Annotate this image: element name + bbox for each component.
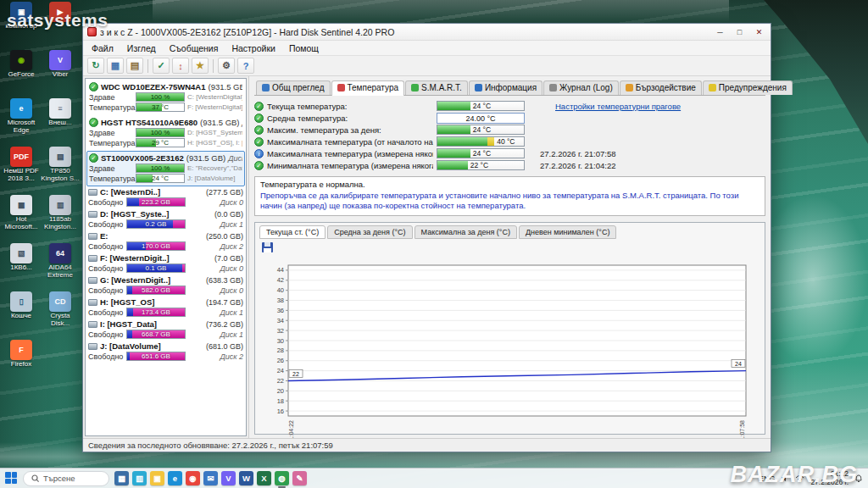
minimize-button[interactable]: ─ xyxy=(710,25,730,39)
taskbar-microsoft-edge[interactable]: e xyxy=(168,471,182,485)
taskbar-word[interactable]: W xyxy=(239,471,253,485)
desktop-icon-recycle-bin[interactable]: ▯ Кошче xyxy=(2,291,41,340)
disk-partitions-note: F: [WesternDigital], G: [Western xyxy=(187,103,242,111)
taskbar-task-view[interactable]: ▦ xyxy=(114,471,129,485)
menu-item[interactable]: Изглед xyxy=(121,42,162,54)
system-tray: ^ ENG 21:12 27.2.2026 г. xyxy=(749,470,863,487)
menu-item[interactable]: Настройки xyxy=(225,42,281,54)
taskbar-viber[interactable]: V xyxy=(221,471,236,485)
partition-entry[interactable]: D: [HGST_Syste..] (0.0 GB) Свободно 0.2 … xyxy=(86,208,245,230)
temperature-bar: 24 °C xyxy=(437,148,525,158)
partition-entry[interactable]: I: [HGST_Data] (736.2 GB) Свободно 668.7… xyxy=(86,319,245,341)
partition-entry[interactable]: J: [DataVolume] (681.0 GB) Свободно 651.… xyxy=(86,341,245,363)
desktop-icon-firefox[interactable]: F Firefox xyxy=(2,340,41,388)
partition-entry[interactable]: F: [WesternDigit..] (7.0 GB) Свободно 0.… xyxy=(86,252,245,274)
tab-performance[interactable]: Бързодействие xyxy=(620,80,702,95)
tab-smart[interactable]: S.M.A.R.T. xyxy=(405,80,468,95)
disk-list[interactable]: ✓ WDC WD10EZEX-75WN4A1 (931.5 GB) Диск 0… xyxy=(85,78,247,436)
toolbar-smart-tool-icon[interactable]: ★ xyxy=(192,58,209,74)
tab-overview[interactable]: Общ преглед xyxy=(256,80,331,95)
toolbar-disk-report-icon[interactable]: ▤ xyxy=(126,58,143,74)
taskbar-clock[interactable]: 21:12 27.2.2026 г. xyxy=(810,470,849,487)
disk-number: Диск 2 xyxy=(228,154,242,163)
search-box[interactable]: Търсене xyxy=(23,471,109,486)
free-space-bar: 0.2 GB xyxy=(126,219,186,229)
temperature-thresholds-link[interactable]: Настройки температурни прагове xyxy=(555,102,681,111)
folder-docs-icon: ≡ xyxy=(49,98,71,119)
free-space-bar: 173.4 GB xyxy=(126,308,186,317)
temperature-label: Температура xyxy=(89,103,133,112)
desktop-icon-folder-docs[interactable]: ≡ Внеш... xyxy=(41,98,80,147)
language-indicator[interactable]: ENG xyxy=(759,474,776,483)
desktop-icon-kingston-tp850[interactable]: ▤ TP850 Kingston S... xyxy=(41,147,80,195)
partition-entry[interactable]: H: [HGST_OS] (194.7 GB) Свободно 173.4 G… xyxy=(86,297,245,319)
start-button[interactable] xyxy=(5,472,18,485)
tab-temperature[interactable]: Температура xyxy=(331,80,405,96)
disk-entry[interactable]: ✓ WDC WD10EZEX-75WN4A1 (931.5 GB) Диск 0… xyxy=(86,80,245,115)
taskbar-excel[interactable]: X xyxy=(257,471,271,485)
chart-tab[interactable]: Текуща ст. (°C) xyxy=(259,225,326,239)
titlebar[interactable]: з и к с Z - 1000VX005-2E3162 [Z510P12G] … xyxy=(83,24,771,41)
close-button[interactable]: ✕ xyxy=(749,25,769,39)
toolbar-status-ok-icon[interactable]: ✓ xyxy=(153,58,170,74)
volume-icon[interactable] xyxy=(781,474,789,482)
desktop-icon-crystaldisk-shizuku[interactable]: CD Crysta Disk... Shizuku Edi... xyxy=(41,291,80,340)
taskbar-widgets[interactable]: ▥ xyxy=(132,471,147,485)
desktop-icon-hot-microsoft[interactable]: ▦ Hot Microsoft... xyxy=(2,195,41,243)
partition-entry[interactable]: G: [WesternDigit..] (638.3 GB) Свободно … xyxy=(86,274,245,297)
tray-chevron-icon[interactable]: ^ xyxy=(749,474,753,483)
partition-disk-number: Диск 2 xyxy=(220,242,243,251)
partition-icon xyxy=(88,343,97,350)
taskbar-chrome[interactable]: ◉ xyxy=(186,471,200,485)
notifications-bell-icon[interactable] xyxy=(854,474,863,483)
toolbar-temperature-tool-icon[interactable]: ↕ xyxy=(172,58,189,74)
desktop-icon-media-player[interactable]: ▶ xyxy=(41,2,80,50)
maximize-button[interactable]: □ xyxy=(730,25,749,39)
disk-entry[interactable]: ✓ ST1000VX005-2E3162 (931.5 GB) Диск 2 З… xyxy=(86,151,245,186)
toolbar-disk-surface-icon[interactable]: ▦ xyxy=(107,58,124,74)
menu-item[interactable]: Съобщения xyxy=(164,42,225,54)
partition-entry[interactable]: E: (250.0 GB) Свободно 170.0 GB Диск 2 xyxy=(86,230,245,252)
menu-item[interactable]: Файл xyxy=(86,42,120,54)
taskbar-hard-disk-sentinel[interactable]: ◍ xyxy=(275,471,289,485)
disk-size: (931.5 GB) xyxy=(200,118,239,127)
chart-tab[interactable]: Дневен минимален (°C) xyxy=(519,225,616,239)
check-icon: ✓ xyxy=(254,137,264,147)
taskbar-mail[interactable]: ✉ xyxy=(203,471,218,485)
desktop-icon-microsoft-edge[interactable]: e Microsoft Edge xyxy=(2,98,41,147)
desktop-icon-label: Кошче xyxy=(2,313,41,320)
toolbar-settings-icon[interactable]: ⚙ xyxy=(218,58,235,74)
desktop-icon-kingston-1185ab[interactable]: ▥ 1185ab Kingston... xyxy=(41,195,80,243)
temperature-rows: ✓Текуща температура:24 °CНастройки темпе… xyxy=(254,100,765,171)
menu-item[interactable]: Помощ xyxy=(283,42,325,54)
temperature-row: ✓Максим. температура за деня:24 °C xyxy=(254,124,765,136)
desktop-icon-viber[interactable]: V Viber xyxy=(41,50,80,98)
desktop-icon-geforce[interactable]: ◉ GeForce xyxy=(2,50,41,98)
taskbar: Търсене ▦▥▣e◉✉VWX◍✎ ^ ENG 21:12 27.2.202… xyxy=(0,468,868,488)
tab-information[interactable]: Информация xyxy=(469,80,542,95)
disk-partitions-note: D: [HGST_System Renewed], xyxy=(187,129,242,136)
tab-label: Предупреждения xyxy=(719,83,787,92)
desktop-icon-aida64-extreme[interactable]: 64 AIDA64 Extreme xyxy=(41,243,80,291)
toolbar-refresh-icon[interactable]: ↻ xyxy=(87,58,104,74)
chart-tab[interactable]: Средна за деня (°C) xyxy=(327,225,412,239)
tab-log[interactable]: Журнал (Log) xyxy=(543,80,619,95)
network-icon[interactable] xyxy=(795,474,804,482)
partition-icon xyxy=(88,233,97,240)
svg-text:16: 16 xyxy=(277,407,284,414)
temperature-note-body: Препоръчва се да калибрирате температура… xyxy=(260,191,760,212)
toolbar-help-icon[interactable]: ? xyxy=(237,58,254,74)
disk-entry[interactable]: ✓ HGST HTS541010A9E680 (931.5 GB) Диск 1… xyxy=(86,115,245,151)
desktop-icon-computer[interactable]: ▣ компютър xyxy=(2,2,41,50)
geforce-icon: ◉ xyxy=(10,50,32,70)
partition-entry[interactable]: C: [WesternDi..] (277.5 GB) Свободно 223… xyxy=(86,186,245,208)
chart-tab[interactable]: Максимална за деня (°C) xyxy=(415,225,517,239)
save-chart-button[interactable] xyxy=(261,241,274,253)
taskbar-paint[interactable]: ✎ xyxy=(292,471,307,485)
health-label: Здраве xyxy=(89,129,133,137)
taskbar-file-explorer[interactable]: ▣ xyxy=(150,471,164,485)
tab-alerts[interactable]: Предупреждения xyxy=(703,80,793,95)
hot-microsoft-icon: ▦ xyxy=(10,195,32,215)
desktop-icon-1kv6[interactable]: ▧ 1КВ6... xyxy=(2,243,41,291)
desktop-icon-pdf-2018[interactable]: PDF НемШ PDF 2018 З... xyxy=(2,147,41,195)
